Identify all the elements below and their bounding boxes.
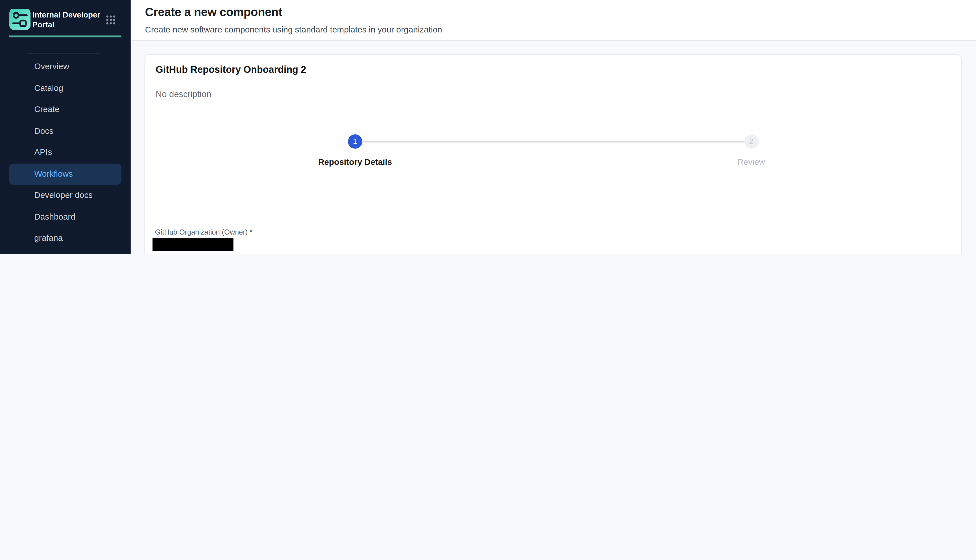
redacted-value (152, 238, 234, 251)
sidebar-item-catalog[interactable]: Catalog (9, 77, 122, 98)
nav-group-divider (27, 53, 100, 54)
logo-underline (9, 35, 122, 37)
step-number: 1 (348, 134, 362, 149)
sidebar-item-workflows[interactable]: Workflows (9, 163, 122, 185)
sidebar-item-overview[interactable]: Overview (9, 56, 122, 77)
workflow-card: GitHub Repository Onboarding 2 No descri… (144, 54, 962, 254)
sidebar-item-docs[interactable]: Docs (9, 120, 122, 142)
content-area: GitHub Repository Onboarding 2 No descri… (131, 41, 976, 254)
sidebar-item-grafana[interactable]: grafana (9, 228, 122, 249)
page-title: Create a new component (145, 6, 282, 19)
sidebar-item-developer-docs[interactable]: Developer docs (9, 185, 122, 206)
step-repository-details[interactable]: 1 Repository Details (348, 134, 362, 149)
github-organization-input[interactable] (155, 238, 952, 254)
sidebar-item-dashboard[interactable]: Dashboard (9, 206, 122, 228)
main-area: Create a new component Create new softwa… (131, 0, 976, 254)
workflow-title: GitHub Repository Onboarding 2 (155, 64, 306, 75)
page-header: Create a new component Create new softwa… (131, 0, 976, 41)
app-logo-icon (9, 9, 30, 30)
app-title: Internal Developer Portal (32, 10, 101, 30)
apps-grid-icon[interactable] (106, 15, 116, 25)
input-underline (155, 238, 952, 254)
page-subtitle: Create new software components using sta… (145, 25, 442, 34)
step-label: Review (737, 158, 765, 167)
workflow-description: No description (155, 89, 211, 99)
stepper-connector (362, 141, 744, 142)
step-number: 2 (744, 134, 759, 149)
sidebar: Internal Developer Portal Overview Catal… (0, 0, 131, 254)
step-review[interactable]: 2 Review (744, 134, 759, 149)
field-label: GitHub Organization (Owner) * (155, 228, 952, 236)
sidebar-item-create[interactable]: Create (9, 99, 122, 120)
sidebar-item-apis[interactable]: APIs (9, 142, 122, 163)
app-root: Internal Developer Portal Overview Catal… (0, 0, 976, 254)
step-label: Repository Details (318, 158, 392, 167)
logo-row: Internal Developer Portal (0, 0, 131, 35)
field-github-organization: GitHub Organization (Owner) * Mention th… (155, 228, 952, 254)
